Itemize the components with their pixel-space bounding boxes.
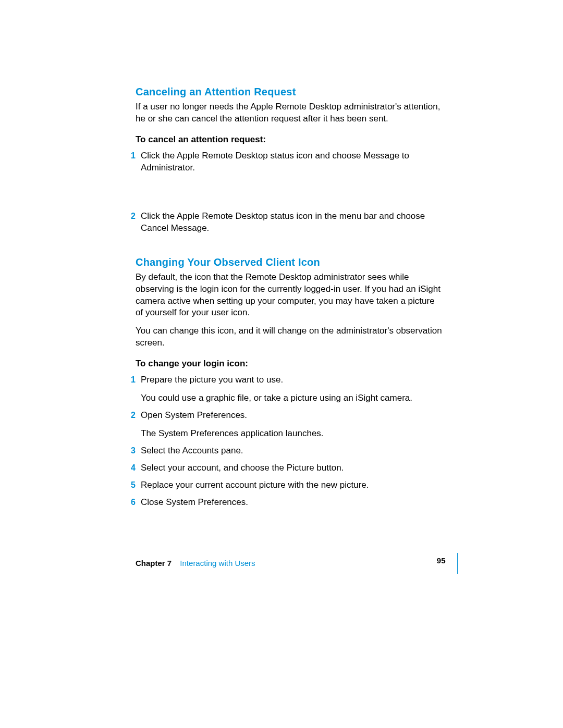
- step-text-line: Prepare the picture you want to use.: [141, 375, 283, 385]
- step-subtext: You could use a graphic file, or take a …: [141, 392, 412, 404]
- section1-steps: 1 Click the Apple Remote Desktop status …: [136, 150, 443, 235]
- step-number: 6: [124, 498, 141, 507]
- step-text: Open System Preferences. The System Pref…: [141, 410, 324, 440]
- section2-steps: 1 Prepare the picture you want to use. Y…: [136, 374, 443, 509]
- footer-rule: [457, 553, 458, 574]
- list-item: 4 Select your account, and choose the Pi…: [136, 462, 443, 474]
- chapter-label: Chapter 7: [136, 559, 172, 567]
- step-number: 3: [124, 446, 141, 455]
- section2-subheading: To change your login icon:: [136, 359, 443, 369]
- step-number: 4: [124, 463, 141, 473]
- section-heading-changing-icon: Changing Your Observed Client Icon: [136, 256, 443, 268]
- spacer: [136, 179, 443, 211]
- page: Canceling an Attention Request If a user…: [0, 0, 563, 728]
- list-item: 6 Close System Preferences.: [136, 497, 443, 509]
- step-text: Click the Apple Remote Desktop status ic…: [141, 211, 443, 235]
- section2-intro1: By default, the icon that the Remote Des…: [136, 272, 443, 319]
- step-number: 1: [124, 375, 141, 385]
- step-number: 2: [124, 212, 141, 221]
- chapter-title: Interacting with Users: [180, 559, 255, 567]
- list-item: 2 Open System Preferences. The System Pr…: [136, 410, 443, 440]
- list-item: 2 Click the Apple Remote Desktop status …: [136, 211, 443, 235]
- step-text: Close System Preferences.: [141, 497, 248, 509]
- section-heading-canceling: Canceling an Attention Request: [136, 86, 443, 98]
- step-text: Prepare the picture you want to use. You…: [141, 374, 412, 404]
- list-item: 1 Click the Apple Remote Desktop status …: [136, 150, 443, 174]
- page-number: 95: [437, 556, 446, 565]
- step-text: Click the Apple Remote Desktop status ic…: [141, 150, 443, 174]
- footer-page-number: 95: [437, 553, 458, 574]
- section2-intro2: You can change this icon, and it will ch…: [136, 325, 443, 349]
- section1-intro: If a user no longer needs the Apple Remo…: [136, 101, 443, 125]
- step-text: Select your account, and choose the Pict…: [141, 462, 344, 474]
- list-item: 1 Prepare the picture you want to use. Y…: [136, 374, 443, 404]
- step-number: 5: [124, 480, 141, 490]
- step-text: Select the Accounts pane.: [141, 445, 243, 457]
- step-text: Replace your current account picture wit…: [141, 479, 369, 491]
- footer-chapter: Chapter 7 Interacting with Users: [136, 559, 255, 567]
- step-number: 2: [124, 411, 141, 420]
- step-subtext: The System Preferences application launc…: [141, 428, 324, 440]
- list-item: 3 Select the Accounts pane.: [136, 445, 443, 457]
- spacer: [136, 244, 443, 256]
- step-text-line: Open System Preferences.: [141, 410, 247, 420]
- section1-subheading: To cancel an attention request:: [136, 134, 443, 145]
- list-item: 5 Replace your current account picture w…: [136, 479, 443, 491]
- step-number: 1: [124, 151, 141, 161]
